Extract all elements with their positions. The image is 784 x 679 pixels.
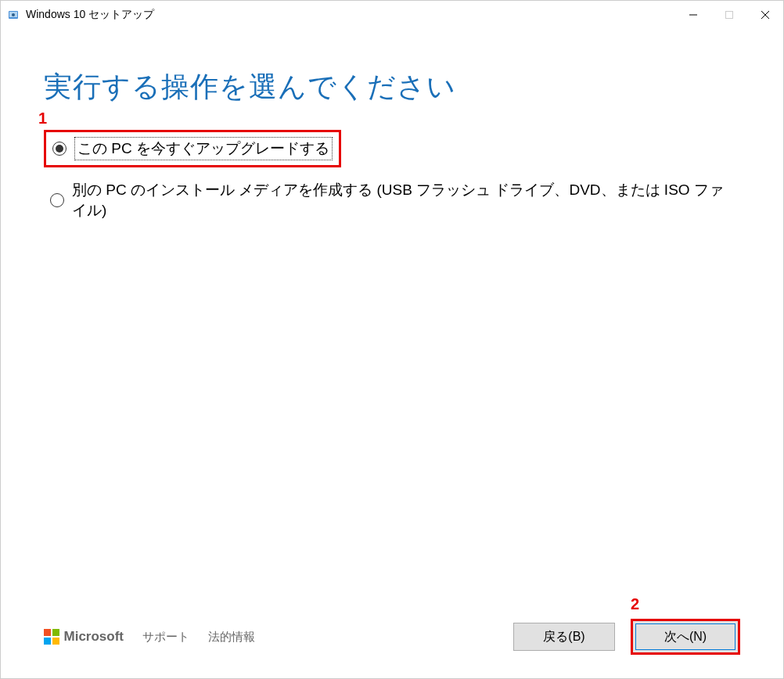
footer-right: 戻る(B) 2 次へ(N)	[513, 619, 740, 655]
svg-point-2	[12, 13, 15, 16]
options-group: 1 この PC を今すぐアップグレードする 別の PC のインストール メディア…	[44, 130, 740, 225]
legal-link[interactable]: 法的情報	[208, 630, 255, 645]
next-button-wrapper: 2 次へ(N)	[631, 619, 740, 655]
svg-rect-4	[726, 12, 733, 19]
back-button[interactable]: 戻る(B)	[513, 623, 615, 651]
page-heading: 実行する操作を選んでください	[44, 68, 740, 106]
close-button[interactable]	[747, 2, 783, 27]
radio-icon	[52, 142, 67, 156]
minimize-button[interactable]	[675, 2, 711, 27]
window-title: Windows 10 セットアップ	[26, 8, 154, 22]
window-controls	[675, 2, 783, 27]
next-button[interactable]: 次へ(N)	[631, 619, 740, 655]
option-label: この PC を今すぐアップグレードする	[74, 137, 333, 160]
option-upgrade-now[interactable]: この PC を今すぐアップグレードする	[44, 130, 341, 167]
annotation-number-1: 1	[38, 110, 47, 128]
app-icon	[7, 9, 20, 21]
support-link[interactable]: サポート	[142, 630, 189, 645]
content-area: 実行する操作を選んでください 1 この PC を今すぐアップグレードする 別の …	[1, 29, 783, 225]
annotation-number-2: 2	[631, 595, 639, 613]
next-button-inner: 次へ(N)	[635, 623, 735, 650]
titlebar-left: Windows 10 セットアップ	[7, 8, 154, 22]
option-wrapper-2: 別の PC のインストール メディアを作成する (USB フラッシュ ドライブ、…	[44, 175, 740, 225]
option-create-media[interactable]: 別の PC のインストール メディアを作成する (USB フラッシュ ドライブ、…	[44, 175, 740, 225]
microsoft-text: Microsoft	[64, 629, 124, 645]
maximize-button	[711, 2, 747, 27]
microsoft-logo-icon	[44, 629, 59, 645]
titlebar: Windows 10 セットアップ	[1, 1, 783, 29]
microsoft-logo: Microsoft	[44, 629, 124, 645]
option-label: 別の PC のインストール メディアを作成する (USB フラッシュ ドライブ、…	[72, 180, 734, 221]
radio-icon	[50, 193, 64, 207]
option-wrapper-1: 1 この PC を今すぐアップグレードする	[44, 130, 740, 167]
footer: Microsoft サポート 法的情報 戻る(B) 2 次へ(N)	[1, 619, 783, 655]
footer-left: Microsoft サポート 法的情報	[44, 629, 255, 645]
